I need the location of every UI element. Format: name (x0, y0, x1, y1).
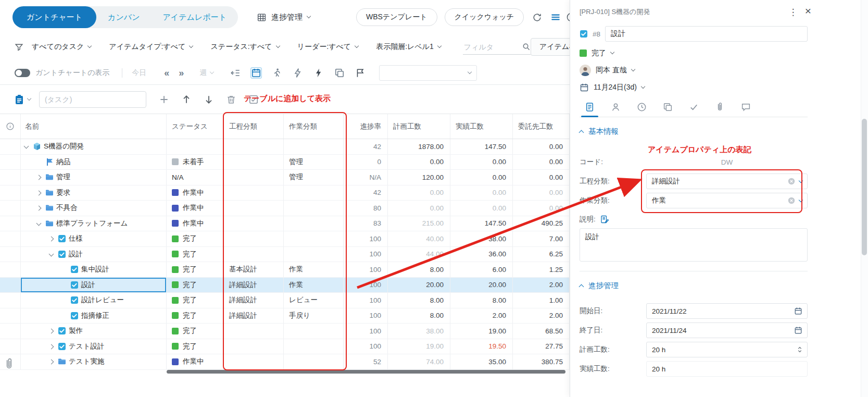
actual-hours-cell[interactable]: 38.00 (450, 231, 513, 246)
table-row[interactable]: 標準プラットフォーム 作業中 83 215.00 147.50 490.25 (0, 216, 570, 232)
outdent-icon[interactable] (230, 68, 241, 78)
progress-cell[interactable]: 0 (344, 155, 388, 170)
process-category-cell[interactable] (224, 201, 284, 216)
status-selector[interactable]: 完了 (580, 48, 868, 58)
table-row[interactable]: 集中設計 完了 基本設計 作業 100 8.00 6.00 1.25 (0, 262, 570, 278)
calendar-icon[interactable] (794, 326, 802, 334)
refresh-button[interactable] (532, 10, 542, 24)
clear-icon[interactable] (788, 178, 795, 185)
status-cell[interactable]: 作業中 (167, 354, 224, 369)
actual-hours-cell[interactable]: 0.00 (450, 155, 513, 170)
calendar-icon[interactable] (794, 307, 802, 315)
paperclip-icon[interactable] (715, 102, 725, 112)
arrow-down-icon[interactable] (204, 94, 214, 105)
outsourced-hours-cell[interactable]: 1.25 (513, 262, 570, 277)
clear-icon[interactable] (788, 197, 795, 204)
expand-caret-icon[interactable] (35, 204, 43, 212)
task-name-cell[interactable]: 製作 (21, 324, 167, 339)
section-basic-info[interactable]: 基本情報 (580, 127, 868, 137)
progress-cell[interactable]: 100 (344, 262, 388, 277)
process-category-cell[interactable] (224, 231, 284, 246)
task-name-cell[interactable]: 設計 (21, 278, 167, 293)
table-row[interactable]: 製作 完了 100 38.00 19.00 68.50 (0, 324, 570, 339)
progress-cell[interactable]: 42 (344, 185, 388, 201)
progress-cell[interactable]: 83 (344, 216, 388, 231)
status-cell[interactable] (167, 139, 224, 154)
table-row[interactable]: 仕様 完了 100 40.00 38.00 7.00 (0, 231, 570, 247)
filter-leader[interactable]: リーダー:すべて (297, 42, 359, 52)
expand-caret-icon[interactable] (35, 189, 43, 196)
table-row[interactable]: 管理 N/A 管理 N/A 120.00 0.00 0.00 (0, 170, 570, 185)
info-header-cell[interactable] (0, 114, 21, 139)
table-row[interactable]: 指摘修正 完了 詳細設計 手戻り 100 8.00 2.00 2.00 (0, 308, 570, 324)
task-name-cell[interactable]: 集中設計 (21, 262, 167, 277)
view-select[interactable]: 進捗管理 (257, 13, 310, 22)
tab-gantt-chart[interactable]: ガントチャート (12, 6, 96, 28)
actual-hours-cell[interactable]: 6.00 (450, 262, 513, 277)
status-cell[interactable]: N/A (167, 170, 224, 185)
status-cell[interactable]: 完了 (167, 278, 224, 293)
stepper-icon[interactable] (797, 345, 802, 354)
check-icon[interactable] (689, 102, 699, 112)
process-category-cell[interactable] (224, 339, 284, 354)
planned-hours-cell[interactable]: 1878.00 (388, 139, 450, 154)
outsourced-hours-cell[interactable]: 0.00 (513, 170, 570, 185)
end-date-input[interactable]: 2021/11/24 (646, 322, 808, 338)
column-header-process[interactable]: 工程分類 (224, 114, 284, 139)
flash-filled-icon[interactable] (313, 68, 324, 78)
planned-hours-cell[interactable]: 20.00 (388, 278, 450, 293)
process-category-cell[interactable]: 詳細設計 (224, 278, 284, 293)
status-cell[interactable]: 完了 (167, 308, 224, 324)
work-category-cell[interactable] (284, 247, 344, 262)
expand-caret-icon[interactable] (35, 158, 43, 166)
plus-icon[interactable] (159, 94, 169, 105)
outsourced-hours-cell[interactable]: 0.00 (513, 185, 570, 201)
work-category-cell[interactable] (284, 216, 344, 231)
status-cell[interactable]: 完了 (167, 262, 224, 277)
person-icon[interactable] (611, 102, 621, 112)
status-cell[interactable]: 完了 (167, 247, 224, 262)
outsourced-hours-cell[interactable]: 380.75 (513, 354, 570, 369)
expand-caret-icon[interactable] (60, 296, 68, 304)
expand-caret-icon[interactable] (48, 327, 55, 334)
status-cell[interactable]: 作業中 (167, 216, 224, 231)
progress-cell[interactable]: 100 (344, 231, 388, 246)
task-name-cell[interactable]: 指摘修正 (21, 308, 167, 324)
task-name-cell[interactable]: テスト設計 (21, 339, 167, 354)
today-button[interactable]: 今日 (132, 68, 146, 78)
task-name-cell[interactable]: 管理 (21, 170, 167, 185)
outsourced-hours-cell[interactable]: 27.75 (513, 339, 570, 354)
outsourced-hours-cell[interactable]: 7.00 (513, 231, 570, 246)
process-category-cell[interactable] (224, 354, 284, 369)
expand-caret-icon[interactable] (60, 281, 68, 289)
progress-cell[interactable]: 100 (344, 278, 388, 293)
outsourced-hours-cell[interactable]: 0.00 (513, 139, 570, 154)
process-category-cell[interactable] (224, 247, 284, 262)
gantt-visibility-toggle[interactable] (15, 69, 30, 77)
planned-hours-cell[interactable]: 8.00 (388, 262, 450, 277)
outsourced-hours-cell[interactable]: 0.00 (513, 155, 570, 170)
work-category-cell[interactable]: 手戻り (284, 308, 344, 324)
actual-hours-cell[interactable]: 36.00 (450, 247, 513, 262)
column-header-work[interactable]: 作業分類 (284, 114, 344, 139)
work-category-cell[interactable] (284, 231, 344, 246)
table-row[interactable]: 納品 未着手 管理 0 0.00 0.00 0.00 (0, 155, 570, 170)
flash-outline-icon[interactable] (293, 68, 303, 78)
progress-cell[interactable]: 80 (344, 201, 388, 216)
kebab-menu-icon[interactable]: ⋮ (788, 7, 798, 18)
actual-hours-input[interactable]: 20 h (646, 361, 808, 377)
copy-icon[interactable] (663, 102, 673, 112)
expand-caret-icon[interactable] (23, 143, 30, 150)
planned-hours-cell[interactable]: 40.00 (388, 231, 450, 246)
process-category-cell[interactable] (224, 216, 284, 231)
quick-watch-button[interactable]: クイックウォッチ (445, 8, 524, 26)
work-select[interactable]: 作業 (646, 193, 808, 208)
calendar-icon[interactable] (251, 68, 261, 78)
work-category-cell[interactable] (284, 339, 344, 354)
outsourced-hours-cell[interactable]: 0.00 (513, 201, 570, 216)
work-category-cell[interactable]: レビュー (284, 293, 344, 308)
actual-hours-cell[interactable]: 0.00 (450, 185, 513, 201)
horizontal-scrollbar[interactable] (167, 370, 565, 374)
filter-status[interactable]: ステータス:すべて (210, 42, 279, 52)
planned-hours-cell[interactable]: 0.00 (388, 155, 450, 170)
